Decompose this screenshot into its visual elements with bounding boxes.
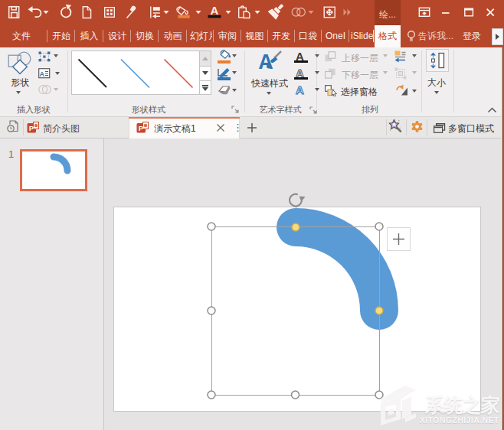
svg-text:A: A [211, 4, 219, 17]
svg-text:P: P [139, 124, 144, 132]
svg-text:A: A [40, 70, 45, 78]
svg-text:P: P [29, 124, 34, 132]
